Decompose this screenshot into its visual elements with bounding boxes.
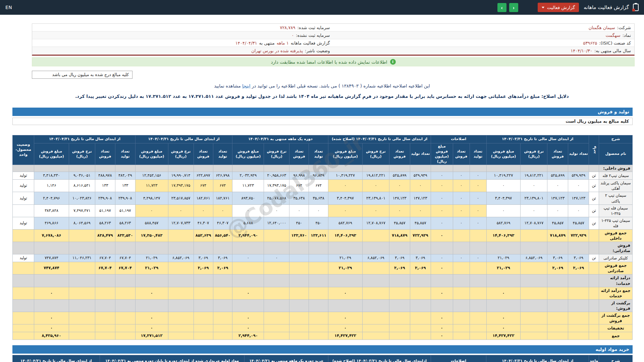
cell — [232, 242, 264, 254]
cell: ۰ — [363, 204, 389, 217]
cell: ۳,۰۶۹ — [194, 254, 213, 262]
cell: ۲,۴۰۴,۷۹۶ — [34, 192, 69, 204]
language-toggle[interactable]: EN — [5, 5, 12, 10]
cell — [389, 332, 410, 340]
report-type-dropdown[interactable]: گزارش فعالیت — [538, 3, 579, 12]
column-header-product: نام محصول — [599, 143, 633, 165]
cell: ۰ — [410, 180, 431, 192]
cell: ۰ — [431, 192, 453, 204]
cell — [289, 262, 309, 275]
cell: ۰ — [328, 324, 363, 332]
cell — [289, 242, 309, 254]
cell: ۰ — [328, 287, 363, 299]
chevron-left-icon: ‹ — [501, 5, 503, 10]
cell: ۱۷,۳۹۳,۱۷۵ — [168, 180, 194, 192]
cell — [115, 287, 135, 299]
cell — [34, 299, 69, 312]
cell — [410, 312, 431, 324]
cell: ۴۵,۸۵۷ — [410, 217, 431, 229]
cell — [213, 275, 232, 287]
column-header-status: وضعیت محصول-واحد — [13, 135, 34, 165]
cell: ۶۷۴ — [289, 180, 309, 192]
cell: ۳,۰۶۹ — [410, 254, 431, 262]
column-group-header: از ابتدای سال مالی تا تاریخ ۱۴۰۴/۰۴/۳۱ — [135, 135, 232, 143]
column-subheader: نرخ فروش (ریال) — [264, 143, 289, 165]
status-cell: تولید — [13, 172, 34, 180]
cell: ۴۶,۳۰۷ — [194, 217, 213, 229]
cell: ۵۸۸,۴۵۷ — [135, 217, 168, 229]
cell — [168, 242, 194, 254]
section-label: درآمد ارائه خدمات: — [599, 275, 633, 287]
cell: ۰ — [470, 217, 486, 229]
column-subheader: مبلغ فروش (میلیون ریال) — [328, 143, 363, 165]
cell: ۱۲,۷۰۸,۷۶۷ — [363, 217, 389, 229]
cell: ۲,۹۴۴,۰۹۰ — [232, 332, 264, 340]
status-cell — [13, 275, 34, 287]
cell — [453, 332, 470, 340]
unit-cell: تن — [589, 192, 599, 204]
cell: ۱۴۷,۱۲۳ — [389, 192, 410, 204]
column-subheader: نرخ فروش (ریال) — [521, 143, 547, 165]
total-row: جمع برگشت از فروش۰۰۰۰۰۰ — [13, 312, 633, 324]
unit-cell — [589, 287, 599, 299]
cell: ۰ — [453, 254, 470, 262]
cell: ۱۱,۰۴۶,۲۳۱ — [69, 254, 95, 262]
cell: ۰ — [453, 217, 470, 229]
cell — [470, 287, 486, 299]
unit-cell: تن — [589, 172, 599, 180]
cell — [568, 165, 589, 172]
cell — [264, 312, 289, 324]
cell — [69, 324, 95, 332]
unit-cell: تن — [589, 254, 599, 262]
report-page: EN ‹ › گزارش فعالیت گزارش فعالیت ماهانه … — [0, 0, 644, 362]
cell — [69, 312, 95, 324]
cell — [309, 287, 328, 299]
cell — [453, 165, 470, 172]
cell — [363, 275, 389, 287]
info-row: کد صنعت (ISIC): ۵۳۹۶۲۵ گزارش فعالیت ماها… — [32, 39, 634, 47]
cell — [453, 324, 470, 332]
info-publisher-status: وضعیت ناشر: پذیرفته شده در بورس تهران — [32, 48, 333, 53]
column-group-header: دوره یک ماهه منتهی به ۱۴۰۴/۰۴/۳۱ — [232, 135, 328, 143]
cell — [95, 242, 115, 254]
column-group-header: اصلاحات — [431, 135, 486, 143]
unit-cell — [589, 312, 599, 324]
cell: ۰ — [389, 180, 410, 192]
cell: ۰ — [328, 204, 363, 217]
cell — [453, 312, 470, 324]
cell — [521, 242, 547, 254]
cell: ۰ — [431, 324, 453, 332]
product-name-cell: جمع — [599, 332, 633, 340]
cell: ۰ — [135, 287, 168, 299]
previous-report-button[interactable]: ‹ — [497, 3, 506, 12]
status-cell — [13, 299, 34, 312]
cell — [431, 165, 453, 172]
cell: ۰ — [431, 262, 453, 275]
cell: ۷۲۲,۹۲۹ — [568, 230, 589, 242]
cell — [521, 230, 547, 242]
info-unregistered-capital: سرمایه ثبت نشده: ۰ — [32, 33, 333, 38]
cell — [589, 275, 599, 287]
cell — [568, 242, 589, 254]
column-header-unit: واحد — [589, 135, 599, 165]
report-type-label: گزارش فعالیت — [547, 5, 575, 10]
cell — [431, 242, 453, 254]
cell: ۶۲۲,۸۹۷ — [194, 172, 213, 180]
cell — [431, 275, 453, 287]
cell — [264, 262, 289, 275]
cell — [289, 332, 309, 340]
raw-materials-section-header: خرید مواد اولیه — [12, 345, 633, 354]
column-subheader: مبلغ فروش (میلیون ریال) — [232, 143, 264, 165]
cell: ۳,۰۶۹ — [389, 254, 410, 262]
cell: ۹,۰۳۶,۰۵۱ — [69, 172, 95, 180]
cell — [115, 312, 135, 324]
column-subheader: مبلغ فروش (میلیون ریال) — [34, 143, 69, 165]
previous-version-link[interactable]: اینجا — [242, 83, 250, 88]
cell — [69, 242, 95, 254]
cell: ۰ — [232, 287, 264, 299]
cell — [194, 332, 213, 340]
cell — [95, 165, 115, 172]
cell: ۸,۶۱۶,۵۴۱ — [69, 180, 95, 192]
cell: ۱۴۷,۱۲۳ — [547, 192, 568, 204]
next-report-button[interactable]: › — [509, 3, 518, 12]
